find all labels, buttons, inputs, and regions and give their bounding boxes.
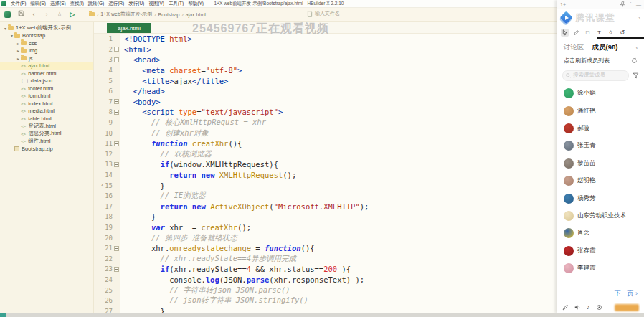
member-row-4[interactable]: 黎苗苗 — [564, 155, 638, 172]
tree-item-Bootstrap.zip[interactable]: Bootstrap.zip — [0, 145, 93, 153]
tree-item-ajax.html[interactable]: <>ajax.html — [0, 62, 93, 70]
member-row-3[interactable]: 张玉青 — [564, 137, 638, 154]
menu-item-4[interactable]: 跳转(G) — [86, 1, 106, 7]
document-icon — [307, 11, 313, 17]
fold-toggle-icon[interactable] — [114, 267, 119, 272]
fold-toggle-icon[interactable] — [114, 162, 119, 167]
tree-item-登记表.html[interactable]: <>登记表.html — [0, 123, 93, 131]
rectangle-tool-icon[interactable]: □ — [584, 29, 592, 37]
member-row-8[interactable]: 肖念 — [564, 224, 638, 242]
tree-item-label: ajax.html — [28, 62, 49, 69]
tab-ajax-html[interactable]: ajax.html — [107, 23, 151, 33]
bottom-strip — [0, 313, 644, 317]
member-row-9[interactable]: 张存霞 — [564, 242, 638, 260]
tree-item-media.html[interactable]: <>media.html — [0, 108, 93, 115]
code-text: if(xhr.readyState==4 && xhr.status==200 … — [120, 265, 351, 273]
tree-item-css[interactable]: ▸css — [0, 39, 93, 47]
member-name: 张玉青 — [577, 141, 596, 150]
expand-icon[interactable]: ▸ — [16, 48, 21, 53]
favorite-icon[interactable]: ☆ — [55, 9, 65, 19]
breadcrumb-item-1[interactable]: Bootstrap — [158, 12, 179, 17]
tree-item-table.html[interactable]: <>table.html — [0, 115, 93, 123]
member-name: 郝璇 — [577, 124, 589, 133]
speaker-icon[interactable] — [574, 304, 581, 311]
tree-item-组件.html[interactable]: <>组件.html — [0, 138, 93, 146]
tree-item-js[interactable]: ▸js — [0, 55, 93, 62]
back-icon[interactable]: ‹ — [29, 9, 39, 19]
member-row-10[interactable]: 李建霞 — [564, 260, 638, 277]
menu-item-0[interactable]: 文件(F) — [9, 1, 28, 7]
music-icon[interactable]: ♪ — [587, 304, 590, 311]
tree-item-footer.html[interactable]: <>footer.html — [0, 85, 93, 93]
menu-item-6[interactable]: 发行(U) — [126, 1, 146, 7]
breadcrumb-item-2[interactable]: ajax.html — [186, 12, 206, 17]
taskbar-corner — [0, 313, 6, 317]
fold-toggle-icon[interactable] — [114, 141, 119, 146]
forward-icon[interactable]: › — [42, 9, 52, 19]
member-row-6[interactable]: 杨秀芳 — [564, 189, 638, 207]
pen-icon[interactable] — [562, 304, 569, 311]
member-avatar — [564, 194, 574, 204]
tree-item-信息分类.html[interactable]: <>信息分类.html — [0, 130, 93, 138]
tabs-chevron-icon[interactable]: › — [635, 44, 638, 52]
member-row-2[interactable]: 郝璇 — [564, 120, 638, 137]
cursor-tool-icon[interactable] — [561, 29, 569, 37]
save-icon[interactable] — [16, 9, 26, 19]
tree-item-label: table.html — [28, 115, 52, 122]
code-text: <head> — [120, 55, 161, 64]
tree-item-banner.html[interactable]: <>banner.html — [0, 70, 93, 77]
menu-item-3[interactable]: 查找(I) — [68, 1, 86, 7]
menu-item-7[interactable]: 视图(V) — [146, 1, 166, 7]
collapse-icon[interactable]: ▾ — [9, 33, 14, 38]
pencil-tool-icon[interactable] — [572, 29, 580, 37]
fold-toggle-icon[interactable] — [114, 246, 119, 251]
expand-icon[interactable]: ▸ — [16, 56, 21, 61]
menu-item-9[interactable]: 帮助(Y) — [186, 1, 206, 7]
fold-column — [113, 285, 120, 295]
file-tree: ▾1+X web前端开发-示例▾Bootstrap▸css▸img▸js<>aj… — [0, 22, 94, 315]
member-row-1[interactable]: 潘红艳 — [564, 102, 638, 119]
collapse-panel-icon[interactable]: › — [638, 15, 642, 22]
text-tool-icon[interactable]: T — [595, 29, 603, 37]
tree-item-1+X web前端开发-示例[interactable]: ▾1+X web前端开发-示例 — [0, 24, 93, 32]
minimize-icon[interactable]: — — [636, 2, 641, 7]
next-page-link[interactable]: 下一页 › — [557, 289, 644, 301]
tree-item-index.html[interactable]: <>index.html — [0, 100, 93, 108]
tab-members[interactable]: 成员(98) — [592, 43, 618, 52]
tab-discussion[interactable]: 讨论区 — [564, 43, 584, 52]
expand-icon[interactable]: ▸ — [16, 41, 21, 46]
fold-toggle-icon[interactable] — [114, 110, 119, 115]
search-placeholder: 搜索课堂成员 — [573, 72, 605, 79]
filename-quick-open[interactable]: 输入文件名 — [307, 10, 340, 17]
menu-item-8[interactable]: 工具(T) — [166, 1, 186, 7]
undo-tool-icon[interactable]: ↺ — [618, 29, 626, 37]
more-icon[interactable]: ⋮ — [628, 1, 633, 7]
video-area-divider — [597, 37, 644, 39]
breadcrumb-separator: › — [97, 12, 98, 17]
member-row-7[interactable]: 山东劳动职业技术... — [564, 207, 638, 224]
menu-item-2[interactable]: 选择(S) — [48, 1, 68, 7]
fold-toggle-icon[interactable] — [114, 99, 119, 104]
search-input[interactable]: 搜索课堂成员 — [562, 70, 629, 81]
location-icon[interactable] — [596, 304, 602, 311]
pin-icon[interactable] — [620, 1, 625, 7]
tree-item-form.html[interactable]: <>form.html — [0, 93, 93, 100]
fold-column — [113, 97, 120, 108]
menu-item-1[interactable]: 编辑(E) — [28, 1, 48, 7]
fold-toggle-icon[interactable] — [114, 57, 119, 62]
eraser-tool-icon[interactable]: ◊ — [607, 29, 615, 37]
refresh-icon[interactable] — [631, 57, 638, 64]
fold-toggle-icon[interactable] — [114, 47, 119, 52]
breadcrumb-item-0[interactable]: 1+X web前端开发-示例 — [100, 11, 152, 18]
collapse-icon[interactable]: ▾ — [3, 26, 8, 31]
filter-funnel-icon[interactable] — [633, 72, 639, 79]
member-row-5[interactable]: 赵明艳 — [564, 172, 638, 189]
line-number: 1 — [94, 34, 113, 44]
menu-item-5[interactable]: 运行(R) — [106, 1, 126, 7]
tree-item-img[interactable]: ▸img — [0, 47, 93, 55]
code-text: // 双核浏览器 — [120, 149, 212, 159]
run-icon[interactable]: ▷ — [67, 9, 77, 19]
tree-item-Bootstrap[interactable]: ▾Bootstrap — [0, 32, 93, 40]
tree-item-data.json[interactable]: [ ]data.json — [0, 77, 93, 85]
member-row-0[interactable]: 徐小娟 — [564, 85, 638, 102]
